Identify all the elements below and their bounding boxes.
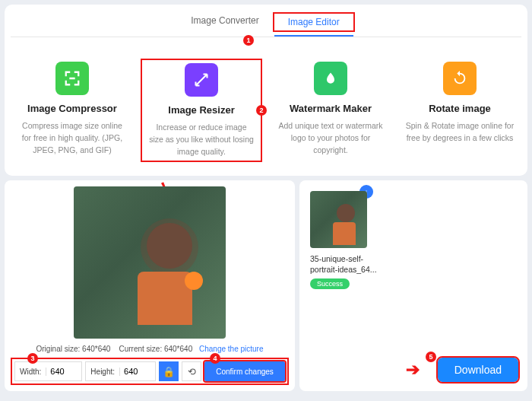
annotation-badge-1: 1: [243, 35, 254, 46]
card-image-resizer[interactable]: 2 Image Resizer Increase or reduce image…: [141, 59, 262, 162]
card-title: Rotate image: [402, 103, 518, 114]
result-thumbnail: [310, 191, 367, 248]
height-label: Height:: [86, 368, 120, 376]
width-input[interactable]: [46, 362, 81, 380]
download-button[interactable]: Download: [438, 358, 518, 382]
lock-icon: 🔒: [163, 366, 175, 377]
annotation-arrow-icon: ➔: [406, 360, 420, 380]
bottom-row: ➘ Original size: 640*640 Current size: 6…: [5, 180, 527, 391]
height-field: Height:: [85, 361, 156, 381]
lock-aspect-button[interactable]: 🔒: [159, 361, 179, 381]
current-size-label: Current size:: [119, 345, 162, 353]
status-badge: Success: [310, 278, 350, 289]
annotation-badge-2: 2: [256, 105, 267, 116]
original-size-label: Original size:: [36, 345, 80, 353]
image-preview: [74, 186, 226, 339]
download-row: ➔ 5 Download: [309, 358, 518, 382]
current-size-value: 640*640: [164, 345, 192, 353]
card-desc: Add unique text or watermark logo to you…: [273, 120, 388, 156]
tool-cards: Image Compressor Compress image size onl…: [11, 59, 521, 162]
size-info: Original size: 640*640 Current size: 640…: [11, 345, 289, 353]
watermark-icon: [314, 62, 347, 95]
card-desc: Spin & Rotate image online for free by d…: [402, 120, 518, 145]
width-field: Width:: [14, 361, 82, 381]
width-label: Width:: [15, 368, 46, 376]
tab-image-editor[interactable]: Image Editor: [273, 12, 355, 32]
card-rotate-image[interactable]: Rotate image Spin & Rotate image online …: [399, 59, 521, 162]
rotate-icon: [443, 62, 477, 95]
card-title: Watermark Maker: [273, 103, 388, 114]
resize-icon: [185, 63, 218, 97]
original-size-value: 640*640: [82, 345, 110, 353]
compress-icon: [55, 62, 89, 95]
annotation-badge-5: 5: [426, 352, 436, 362]
card-title: Image Compressor: [14, 103, 130, 114]
reset-button[interactable]: ⟲: [182, 361, 201, 381]
card-title: Image Resizer: [145, 104, 258, 116]
tabs: Image Converter Image Editor 1: [11, 12, 521, 37]
card-desc: Compress image size online for free in h…: [14, 120, 130, 156]
top-panel: Image Converter Image Editor 1 Image Com…: [5, 5, 527, 176]
editor-panel: ➘ Original size: 640*640 Current size: 6…: [5, 180, 295, 391]
reset-icon: ⟲: [188, 366, 196, 377]
tab-image-converter[interactable]: Image Converter: [177, 12, 272, 32]
change-picture-link[interactable]: Change the picture: [199, 345, 264, 353]
result-filename: 35-unique-self-portrait-ideas_64...: [310, 254, 378, 275]
confirm-changes-button[interactable]: Confirm changes: [204, 361, 285, 381]
card-desc: Increase or reduce image size as you lik…: [145, 122, 258, 158]
height-input[interactable]: [120, 362, 155, 380]
resize-controls: 3 4 Width: Height: 🔒 ⟲ Confirm changes: [11, 358, 289, 385]
result-thumbnail-wrap: ↓: [310, 191, 367, 248]
card-image-compressor[interactable]: Image Compressor Compress image size onl…: [11, 59, 133, 162]
card-watermark-maker[interactable]: Watermark Maker Add unique text or water…: [270, 59, 391, 162]
flower-decoration: [185, 272, 203, 290]
result-panel: ↓ 35-unique-self-portrait-ideas_64... Su…: [299, 180, 527, 391]
